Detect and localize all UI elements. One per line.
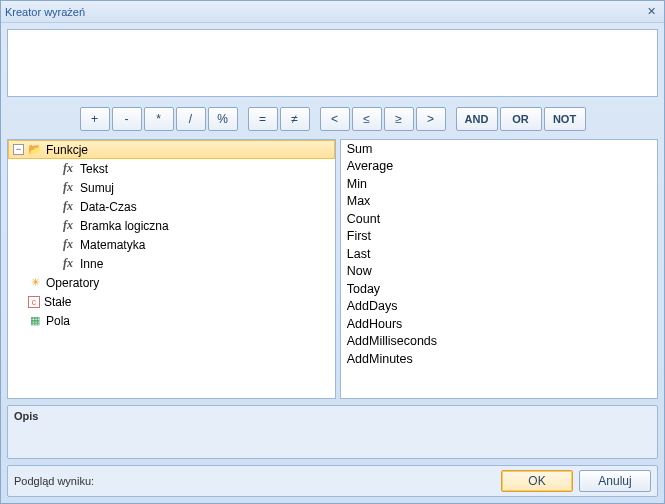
description-panel: Opis <box>7 405 658 459</box>
tree-child-math[interactable]: fx Matematyka <box>8 235 335 254</box>
tree-operators[interactable]: ✳ Operatory <box>8 273 335 292</box>
not-button[interactable]: NOT <box>544 107 586 131</box>
lt-button[interactable]: < <box>320 107 350 131</box>
fx-icon: fx <box>60 237 76 252</box>
cancel-button[interactable]: Anuluj <box>579 470 651 492</box>
list-item[interactable]: AddMinutes <box>341 350 657 368</box>
tree-child-datetime[interactable]: fx Data-Czas <box>8 197 335 216</box>
expression-input[interactable] <box>7 29 658 97</box>
divide-button[interactable]: / <box>176 107 206 131</box>
list-item[interactable]: Average <box>341 158 657 176</box>
tree-fields[interactable]: ▦ Pola <box>8 311 335 330</box>
cmp-group: < ≤ ≥ > <box>320 107 446 131</box>
list-item[interactable]: Sum <box>341 140 657 158</box>
content-area: + - * / % = ≠ < ≤ ≥ > AND OR NOT <box>1 23 664 503</box>
list-item[interactable]: Min <box>341 175 657 193</box>
list-item[interactable]: First <box>341 228 657 246</box>
list-item[interactable]: AddMilliseconds <box>341 333 657 351</box>
fx-icon: fx <box>60 256 76 271</box>
tree-child-text[interactable]: fx Tekst <box>8 159 335 178</box>
tree-child-logic[interactable]: fx Bramka logiczna <box>8 216 335 235</box>
description-title: Opis <box>8 406 657 424</box>
tree-child-sum[interactable]: fx Sumuj <box>8 178 335 197</box>
constants-icon: c <box>28 296 40 308</box>
list-item[interactable]: AddHours <box>341 315 657 333</box>
list-item[interactable]: Now <box>341 263 657 281</box>
collapse-icon[interactable]: − <box>13 144 24 155</box>
lte-button[interactable]: ≤ <box>352 107 382 131</box>
gt-button[interactable]: > <box>416 107 446 131</box>
close-icon: ✕ <box>647 5 656 18</box>
expression-builder-window: Kreator wyrażeń ✕ + - * / % = ≠ < ≤ ≥ <box>0 0 665 504</box>
window-title: Kreator wyrażeń <box>5 6 85 18</box>
and-button[interactable]: AND <box>456 107 498 131</box>
list-item[interactable]: Last <box>341 245 657 263</box>
close-button[interactable]: ✕ <box>642 5 660 19</box>
tree-constants[interactable]: c Stałe <box>8 292 335 311</box>
logic-group: AND OR NOT <box>456 107 586 131</box>
fields-icon: ▦ <box>28 314 42 328</box>
notequals-button[interactable]: ≠ <box>280 107 310 131</box>
list-item[interactable]: Today <box>341 280 657 298</box>
list-item[interactable]: Count <box>341 210 657 228</box>
or-button[interactable]: OR <box>500 107 542 131</box>
titlebar: Kreator wyrażeń ✕ <box>1 1 664 23</box>
gte-button[interactable]: ≥ <box>384 107 414 131</box>
result-label: Podgląd wyniku: <box>14 475 94 487</box>
tree-root-label: Funkcje <box>46 143 88 157</box>
fx-icon: fx <box>60 161 76 176</box>
fx-icon: fx <box>60 218 76 233</box>
plus-button[interactable]: + <box>80 107 110 131</box>
tree-root-functions[interactable]: − 📂 Funkcje <box>8 140 335 159</box>
eq-group: = ≠ <box>248 107 310 131</box>
operator-toolbar: + - * / % = ≠ < ≤ ≥ > AND OR NOT <box>7 103 658 133</box>
panels: − 📂 Funkcje fx Tekst fx Sumuj fx <box>7 139 658 399</box>
function-list[interactable]: Sum Average Min Max Count First Last Now… <box>340 139 658 399</box>
category-tree[interactable]: − 📂 Funkcje fx Tekst fx Sumuj fx <box>7 139 336 399</box>
minus-button[interactable]: - <box>112 107 142 131</box>
multiply-button[interactable]: * <box>144 107 174 131</box>
fx-icon: fx <box>60 180 76 195</box>
operators-icon: ✳ <box>28 276 42 290</box>
equals-button[interactable]: = <box>248 107 278 131</box>
list-item[interactable]: AddDays <box>341 298 657 316</box>
description-body <box>8 424 657 458</box>
modulo-button[interactable]: % <box>208 107 238 131</box>
ok-button[interactable]: OK <box>501 470 573 492</box>
tree-child-other[interactable]: fx Inne <box>8 254 335 273</box>
arith-group: + - * / % <box>80 107 238 131</box>
result-panel: Podgląd wyniku: OK Anuluj <box>7 465 658 497</box>
functions-folder-icon: 📂 <box>28 143 42 157</box>
fx-icon: fx <box>60 199 76 214</box>
list-item[interactable]: Max <box>341 193 657 211</box>
